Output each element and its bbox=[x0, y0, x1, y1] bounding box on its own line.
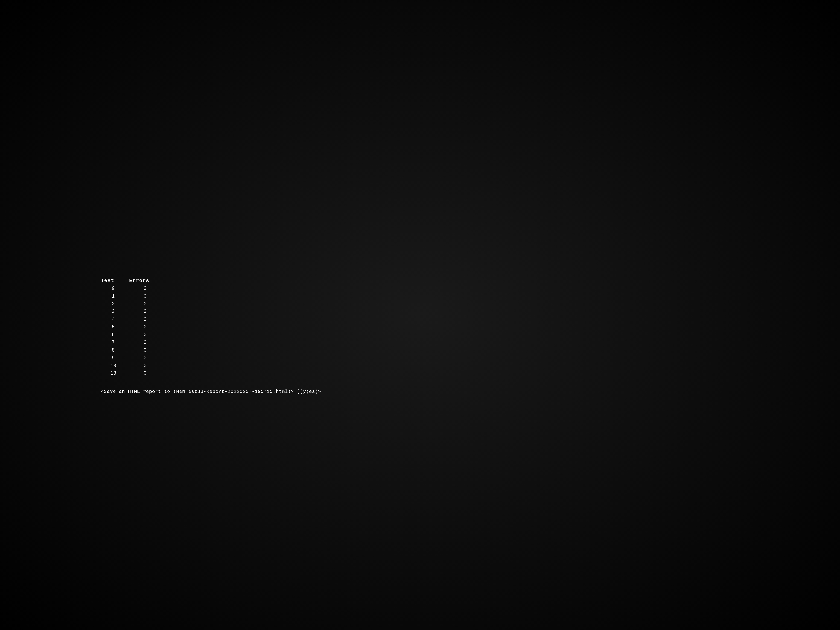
errors-value: 0 bbox=[126, 323, 151, 331]
test-value: 13 bbox=[101, 369, 126, 377]
test-value: 0 bbox=[101, 285, 126, 292]
table-row: 6 0 bbox=[101, 331, 840, 339]
test-value: 6 bbox=[101, 331, 126, 339]
errors-value: 0 bbox=[126, 308, 151, 316]
table-row: 0 0 bbox=[101, 285, 840, 292]
errors-column-header: Errors bbox=[126, 278, 150, 284]
table-header-row: Test Errors bbox=[101, 278, 840, 284]
table-row: 13 0 bbox=[101, 369, 840, 377]
errors-value: 0 bbox=[126, 362, 151, 369]
errors-value: 0 bbox=[126, 316, 151, 323]
table-row: 8 0 bbox=[101, 347, 840, 354]
test-value: 1 bbox=[101, 293, 126, 300]
test-value: 5 bbox=[101, 323, 126, 331]
table-row: 2 0 bbox=[101, 300, 840, 308]
test-value: 3 bbox=[101, 308, 126, 316]
test-column-header: Test bbox=[101, 278, 126, 284]
results-table: Test Errors 0 0 1 0 2 0 3 0 4 0 5 0 6 0 bbox=[101, 278, 840, 377]
table-row: 3 0 bbox=[101, 308, 840, 316]
test-value: 2 bbox=[101, 300, 126, 308]
test-value: 10 bbox=[101, 362, 126, 369]
table-row: 5 0 bbox=[101, 323, 840, 331]
table-row: 1 0 bbox=[101, 293, 840, 300]
errors-value: 0 bbox=[126, 293, 151, 300]
errors-value: 0 bbox=[126, 300, 151, 308]
errors-value: 0 bbox=[126, 339, 151, 346]
errors-value: 0 bbox=[126, 331, 151, 339]
test-value: 9 bbox=[101, 354, 126, 362]
table-row: 10 0 bbox=[101, 362, 840, 369]
table-row: 7 0 bbox=[101, 339, 840, 346]
table-row: 4 0 bbox=[101, 316, 840, 323]
test-value: 4 bbox=[101, 316, 126, 323]
errors-value: 0 bbox=[126, 369, 151, 377]
test-value: 8 bbox=[101, 347, 126, 354]
terminal-screen: Test Errors 0 0 1 0 2 0 3 0 4 0 5 0 6 0 bbox=[0, 0, 840, 630]
save-report-prompt[interactable]: <Save an HTML report to (MemTest86-Repor… bbox=[101, 389, 840, 394]
errors-value: 0 bbox=[126, 285, 151, 292]
errors-value: 0 bbox=[126, 354, 151, 362]
table-row: 9 0 bbox=[101, 354, 840, 362]
test-value: 7 bbox=[101, 339, 126, 346]
errors-value: 0 bbox=[126, 347, 151, 354]
